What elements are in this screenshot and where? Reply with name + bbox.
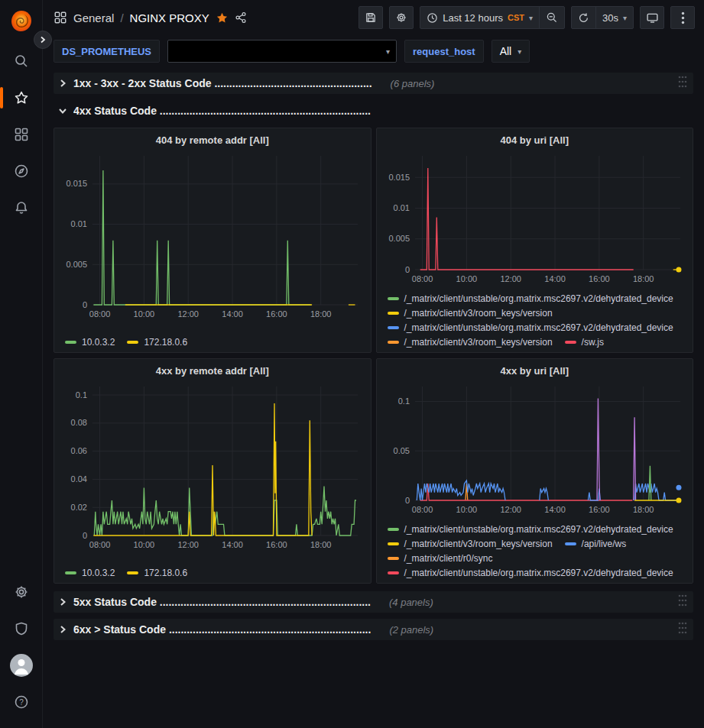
request-host-select[interactable]: All ▾ bbox=[492, 40, 530, 63]
row-5xx[interactable]: 5xx Status Code ........................… bbox=[54, 591, 693, 613]
svg-text:?: ? bbox=[19, 698, 24, 707]
legend-item[interactable]: /_matrix/client/unstable/org.matrix.msc2… bbox=[388, 322, 673, 333]
legend-item[interactable]: /api/live/ws bbox=[565, 539, 627, 549]
legend-label: /_matrix/client/unstable/org.matrix.msc2… bbox=[404, 524, 673, 535]
legend-item[interactable]: 10.0.3.2 bbox=[65, 337, 115, 348]
y-axis-tick-label: 0.04 bbox=[71, 474, 87, 484]
legend-swatch-icon bbox=[388, 341, 399, 344]
legend-label: /sw.js bbox=[582, 337, 604, 348]
sidebar-item-explore[interactable] bbox=[6, 156, 37, 186]
chevron-right-icon bbox=[58, 79, 67, 88]
sidebar-item-alerting[interactable] bbox=[6, 193, 37, 223]
zoom-out-button[interactable] bbox=[539, 7, 564, 28]
row-1xx-3xx-2xx[interactable]: 1xx - 3xx - 2xx Status Code ............… bbox=[54, 73, 693, 94]
grafana-logo[interactable] bbox=[8, 8, 35, 35]
datasource-variable-label: DS_PROMETHEUS bbox=[54, 40, 160, 63]
panel-title[interactable]: 404 by uri [All] bbox=[383, 133, 687, 149]
legend-item[interactable]: 10.0.3.2 bbox=[65, 568, 115, 578]
panel-title[interactable]: 404 by remote addr [All] bbox=[60, 133, 365, 149]
breadcrumb: General / NGINX PROXY bbox=[54, 11, 247, 24]
y-axis-tick-label: 0.08 bbox=[71, 418, 87, 427]
y-axis-tick-label: 0.005 bbox=[388, 234, 410, 243]
legend-label: 10.0.3.2 bbox=[82, 337, 115, 348]
sidebar-item-dashboards[interactable] bbox=[6, 119, 37, 150]
zoom-out-icon bbox=[546, 11, 558, 24]
time-range-picker[interactable]: Last 12 hours CST ▾ bbox=[420, 7, 539, 28]
panel: 404 by remote addr [All]08:0010:0012:001… bbox=[54, 128, 371, 353]
drag-handle-icon[interactable] bbox=[678, 622, 687, 637]
chart-canvas: 08:0010:0012:0014:0016:0018:0000.020.040… bbox=[60, 380, 364, 552]
legend-item[interactable]: /_matrix/client/v3/room_keys/version bbox=[388, 539, 553, 549]
sidebar-item-configuration[interactable] bbox=[6, 577, 37, 607]
y-axis-tick-label: 0.1 bbox=[397, 396, 409, 406]
refresh-interval-picker[interactable]: 30s ▾ bbox=[595, 7, 633, 28]
expand-sidebar-icon bbox=[39, 36, 47, 44]
sidebar-item-profile[interactable] bbox=[6, 650, 37, 681]
y-axis-tick-label: 0.01 bbox=[393, 203, 409, 212]
sidebar-item-starred[interactable] bbox=[6, 83, 37, 113]
legend-item[interactable]: /sw.js bbox=[565, 337, 604, 348]
row-4xx[interactable]: 4xx Status Code ........................… bbox=[54, 100, 693, 121]
panel: 4xx by remote addr [All]08:0010:0012:001… bbox=[54, 358, 371, 584]
request-host-value: All bbox=[500, 45, 512, 57]
breadcrumb-section[interactable]: General bbox=[73, 11, 114, 24]
kebab-icon bbox=[681, 11, 685, 24]
grafana-logo-icon bbox=[8, 8, 35, 35]
x-axis-tick-label: 18:00 bbox=[310, 540, 332, 549]
series-line bbox=[539, 489, 548, 501]
legend-item[interactable]: /_matrix/client/v3/room_keys/version bbox=[388, 337, 553, 348]
x-axis-tick-label: 10:00 bbox=[134, 540, 155, 549]
legend-item[interactable]: 172.18.0.6 bbox=[127, 568, 187, 578]
legend-item[interactable]: /_matrix/client/unstable/org.matrix.msc2… bbox=[388, 293, 673, 304]
explore-icon bbox=[14, 163, 29, 179]
drag-handle-icon[interactable] bbox=[678, 76, 687, 91]
y-axis-tick-label: 0.005 bbox=[66, 260, 87, 269]
chevron-right-icon bbox=[58, 597, 67, 607]
favorite-star-icon[interactable] bbox=[216, 11, 229, 24]
row-6xx[interactable]: 6xx > Status Code ......................… bbox=[54, 619, 693, 640]
tv-mode-button[interactable] bbox=[640, 6, 664, 29]
x-axis-tick-label: 14:00 bbox=[222, 540, 243, 549]
panel-title[interactable]: 4xx by uri [All] bbox=[383, 364, 687, 380]
legend-swatch-icon bbox=[565, 341, 576, 344]
legend-swatch-icon bbox=[388, 297, 399, 300]
refresh-interval-label: 30s bbox=[602, 12, 618, 24]
y-axis-tick-label: 0 bbox=[83, 531, 87, 540]
save-dashboard-button[interactable] bbox=[358, 6, 383, 29]
sidebar-item-help[interactable]: ? bbox=[6, 687, 37, 717]
more-options-button[interactable] bbox=[670, 6, 695, 29]
panel-title[interactable]: 4xx by remote addr [All] bbox=[60, 364, 365, 380]
refresh-icon bbox=[578, 12, 589, 24]
dashboard-settings-button[interactable] bbox=[389, 6, 414, 29]
sidebar-item-search[interactable] bbox=[6, 46, 37, 76]
drag-handle-icon[interactable] bbox=[678, 594, 687, 610]
refresh-button[interactable] bbox=[572, 7, 595, 28]
x-axis-tick-label: 10:00 bbox=[456, 505, 477, 514]
series-line bbox=[93, 170, 310, 305]
x-axis-tick-label: 14:00 bbox=[544, 274, 566, 283]
x-axis-tick-label: 14:00 bbox=[222, 309, 243, 319]
legend-label: 172.18.0.6 bbox=[144, 568, 187, 578]
legend-label: /api/live/ws bbox=[582, 539, 627, 549]
share-icon[interactable] bbox=[235, 11, 247, 24]
x-axis-tick-label: 18:00 bbox=[632, 274, 654, 283]
sidebar-item-server-admin[interactable] bbox=[6, 613, 37, 644]
series-point bbox=[676, 267, 681, 273]
person-icon bbox=[10, 654, 33, 677]
series-line bbox=[420, 168, 633, 270]
x-axis-tick-label: 16:00 bbox=[589, 274, 610, 283]
y-axis-tick-label: 0 bbox=[83, 300, 87, 309]
datasource-select[interactable]: ▾ bbox=[167, 40, 397, 63]
series-point bbox=[676, 498, 681, 503]
legend-item[interactable]: 172.18.0.6 bbox=[127, 337, 187, 348]
tv-icon bbox=[646, 11, 659, 24]
legend-item[interactable]: /_matrix/client/unstable/org.matrix.msc2… bbox=[388, 524, 673, 535]
x-axis-tick-label: 12:00 bbox=[500, 505, 521, 514]
expand-sidebar-button[interactable] bbox=[34, 31, 52, 49]
legend-item[interactable]: /_matrix/client/v3/room_keys/version bbox=[388, 308, 553, 319]
timezone-label: CST bbox=[508, 13, 524, 22]
x-axis-tick-label: 18:00 bbox=[310, 309, 332, 319]
legend-item[interactable]: /_matrix/client/unstable/org.matrix.msc2… bbox=[388, 568, 673, 578]
legend-item[interactable]: /_matrix/client/r0/sync bbox=[388, 553, 493, 564]
page-title[interactable]: NGINX PROXY bbox=[130, 11, 209, 24]
